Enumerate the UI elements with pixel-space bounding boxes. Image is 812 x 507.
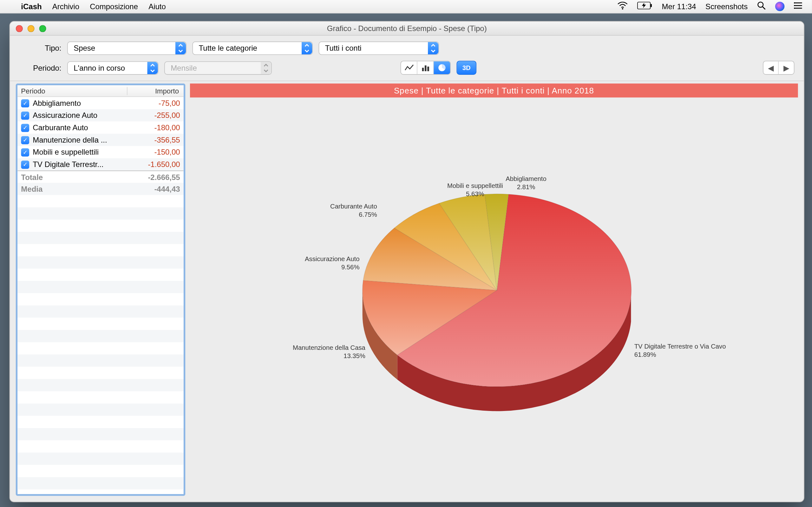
wifi-icon[interactable]	[618, 2, 628, 11]
table-row[interactable]: ✓Manutenzione della ...-356,55	[17, 134, 183, 146]
row-checkbox[interactable]: ✓	[21, 135, 29, 144]
pie-label: TV Digitale Terrestre o Via Cavo61.89%	[635, 343, 726, 359]
interval-select: Mensile	[164, 61, 272, 74]
chevron-updown-icon	[428, 42, 438, 55]
pie-label: Mobili e suppellettili5.63%	[447, 182, 503, 199]
row-name: TV Digitale Terrestr...	[33, 160, 128, 169]
window-titlebar[interactable]: Grafico - Documento di Esempio - Spese (…	[10, 21, 804, 36]
nav-prev-button[interactable]: ◀	[763, 61, 779, 74]
pie-label: Abbigliamento2.81%	[506, 175, 546, 191]
data-table: Periodo Importo ✓Abbigliamento-75,00✓Ass…	[16, 83, 185, 496]
pie-label: Manutenzione della Casa13.35%	[293, 344, 365, 360]
period-select-value: L'anno in corso	[73, 63, 125, 72]
table-mean: Media-444,43	[17, 183, 183, 195]
chevron-updown-icon	[147, 61, 158, 74]
toggle-3d-button[interactable]: 3D	[456, 61, 476, 75]
svg-rect-12	[424, 65, 426, 71]
menu-archivio[interactable]: Archivio	[52, 2, 79, 11]
type-select[interactable]: Spese	[67, 42, 187, 55]
category-select-value: Tutte le categorie	[199, 44, 257, 53]
chart-type-segmented	[400, 61, 450, 75]
toolbar: Tipo: Spese Tutte le categorie Tutti i c…	[10, 36, 804, 81]
interval-select-value: Mensile	[171, 63, 197, 72]
table-row[interactable]: ✓Abbigliamento-75,00	[17, 97, 183, 109]
chart-panel: Spese | Tutte le categorie | Tutti i con…	[190, 83, 798, 496]
svg-point-3	[758, 2, 763, 7]
menubar-clock[interactable]: Mer 11:34	[662, 2, 696, 11]
row-amount: -356,55	[128, 135, 180, 145]
period-label: Periodo:	[19, 63, 61, 72]
row-name: Assicurazione Auto	[33, 111, 128, 120]
svg-rect-11	[422, 68, 424, 71]
row-name: Carburante Auto	[33, 123, 128, 132]
chevron-updown-icon	[261, 61, 271, 74]
macos-menubar: iCash Archivio Composizione Aiuto Mer 11…	[0, 0, 812, 13]
svg-rect-13	[427, 66, 429, 71]
row-checkbox[interactable]: ✓	[21, 160, 29, 169]
nav-next-button[interactable]: ▶	[779, 61, 794, 74]
row-name: Manutenzione della ...	[33, 135, 128, 145]
svg-point-10	[794, 8, 795, 9]
row-name: Mobili e suppellettili	[33, 148, 128, 157]
pie-label: Assicurazione Auto9.56%	[305, 255, 359, 271]
row-name: Abbigliamento	[33, 99, 128, 107]
chart-title: Spese | Tutte le categorie | Tutti i con…	[190, 83, 798, 98]
table-total: Totale-2.666,55	[17, 170, 183, 183]
table-row[interactable]: ✓TV Digitale Terrestr...-1.650,00	[17, 158, 183, 170]
svg-line-4	[763, 7, 765, 9]
siri-icon[interactable]	[775, 2, 784, 11]
row-amount: -150,00	[128, 148, 180, 157]
row-amount: -75,00	[128, 99, 180, 107]
window-title: Grafico - Documento di Esempio - Spese (…	[10, 24, 804, 33]
menu-app-name[interactable]: iCash	[21, 2, 42, 11]
row-checkbox[interactable]: ✓	[21, 111, 29, 119]
table-row[interactable]: ✓Assicurazione Auto-255,00	[17, 109, 183, 122]
pie-label: Carburante Auto6.75%	[330, 203, 377, 219]
chart-type-line[interactable]	[401, 61, 417, 74]
table-row[interactable]: ✓Carburante Auto-180,00	[17, 121, 183, 134]
svg-point-0	[622, 8, 623, 9]
row-checkbox[interactable]: ✓	[21, 124, 29, 132]
spotlight-icon[interactable]	[757, 1, 766, 12]
svg-point-8	[794, 2, 795, 3]
chart-area: TV Digitale Terrestre o Via Cavo61.89%Ma…	[190, 98, 798, 496]
row-checkbox[interactable]: ✓	[21, 99, 29, 107]
svg-rect-2	[651, 4, 652, 7]
row-amount: -1.650,00	[128, 160, 180, 169]
row-amount: -180,00	[128, 123, 180, 132]
period-nav: ◀ ▶	[763, 61, 795, 75]
table-row[interactable]: ✓Mobili e suppellettili-150,00	[17, 146, 183, 158]
chart-type-bar[interactable]	[417, 61, 434, 74]
svg-point-9	[794, 5, 795, 6]
account-select[interactable]: Tutti i conti	[318, 42, 439, 55]
battery-icon[interactable]	[637, 2, 653, 11]
menu-composizione[interactable]: Composizione	[90, 2, 138, 11]
chevron-updown-icon	[302, 42, 312, 55]
chart-type-pie[interactable]	[434, 61, 450, 74]
menubar-screenshots[interactable]: Screenshots	[705, 2, 748, 11]
app-window: Grafico - Documento di Esempio - Spese (…	[9, 21, 804, 502]
type-select-value: Spese	[73, 44, 95, 53]
category-select[interactable]: Tutte le categorie	[192, 42, 313, 55]
chevron-updown-icon	[175, 42, 186, 55]
menu-aiuto[interactable]: Aiuto	[148, 2, 166, 11]
col-amount[interactable]: Importo	[128, 87, 184, 95]
account-select-value: Tutti i conti	[325, 44, 362, 53]
period-select[interactable]: L'anno in corso	[67, 61, 159, 74]
notification-center-icon[interactable]	[794, 2, 803, 11]
row-checkbox[interactable]: ✓	[21, 148, 29, 156]
type-label: Tipo:	[19, 44, 61, 53]
col-period[interactable]: Periodo	[17, 87, 127, 95]
row-amount: -255,00	[128, 111, 180, 120]
